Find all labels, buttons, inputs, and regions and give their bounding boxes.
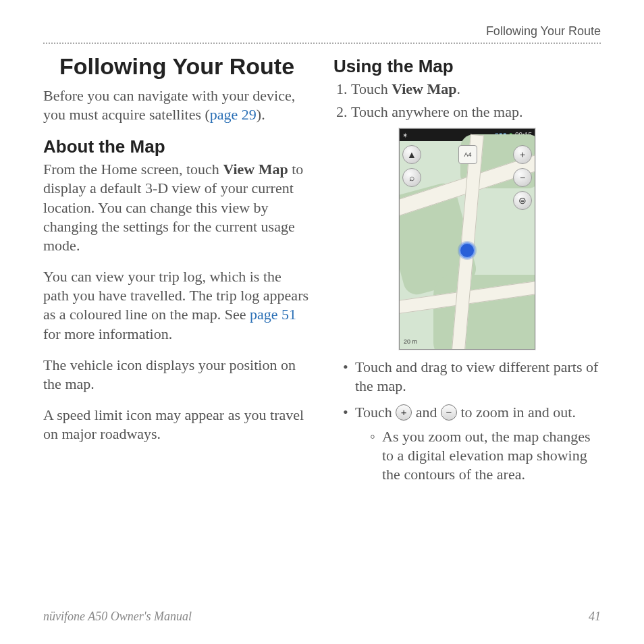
step-1: Touch View Map. — [351, 80, 601, 99]
b2-post: to zoom in and out. — [457, 404, 576, 421]
sub-bullet-elevation: As you zoom out, the map changes to a di… — [370, 427, 601, 484]
map-area[interactable]: A4 ▲ ⌕ + − ⊜ 20 m — [400, 141, 535, 349]
zoom-out-button[interactable]: − — [513, 168, 532, 187]
intro-paragraph: Before you can navigate with your device… — [43, 86, 311, 124]
about-p3: The vehicle icon displays your position … — [43, 356, 311, 394]
zoom-in-button[interactable]: + — [513, 145, 532, 164]
search-button[interactable]: ⌕ — [402, 168, 421, 187]
bullet-zoom: Touch + and − to zoom in and out. As you… — [343, 403, 601, 485]
device-screenshot: ✶ ▯▮▮ ▮ 09:15 A4 ▲ — [399, 128, 535, 350]
step1-pre: Touch — [351, 80, 392, 97]
about-p2: You can view your trip log, which is the… — [43, 267, 311, 344]
using-heading: Using the Map — [333, 56, 601, 77]
bullet-drag: Touch and drag to view different parts o… — [343, 358, 601, 396]
running-head: Following Your Route — [43, 24, 601, 44]
using-bullets: Touch and drag to view different parts o… — [333, 358, 601, 484]
intro-post: ). — [257, 106, 265, 123]
route-badge: A4 — [458, 145, 477, 164]
about-p1-pre: From the Home screen, touch — [43, 161, 223, 178]
b2-pre: Touch — [355, 404, 396, 421]
using-steps: Touch View Map. Touch anywhere on the ma… — [333, 80, 601, 122]
layers-button[interactable]: ⊜ — [513, 191, 532, 210]
b2-mid: and — [412, 404, 441, 421]
footer-page-number: 41 — [589, 610, 601, 624]
page-29-link[interactable]: page 29 — [210, 106, 257, 123]
about-heading: About the Map — [43, 136, 311, 157]
plus-icon: + — [396, 404, 412, 421]
gps-icon: ✶ — [402, 132, 408, 139]
about-p1-bold: View Map — [223, 161, 288, 178]
about-p2-post: for more information. — [43, 325, 172, 342]
step-2: Touch anywhere on the map. — [351, 103, 601, 122]
right-column: Using the Map Touch View Map. Touch anyw… — [333, 53, 601, 491]
compass-button[interactable]: ▲ — [402, 145, 421, 164]
page-title: Following Your Route — [43, 53, 311, 80]
footer-manual-title: nüvifone A50 Owner's Manual — [43, 610, 192, 624]
about-p1: From the Home screen, touch View Map to … — [43, 160, 311, 255]
left-column: Following Your Route Before you can navi… — [43, 53, 311, 491]
page-51-link[interactable]: page 51 — [250, 306, 296, 323]
minus-icon: − — [441, 404, 457, 421]
map-scale: 20 m — [404, 338, 417, 345]
step1-post: . — [457, 80, 461, 97]
step1-bold: View Map — [392, 80, 456, 97]
about-p4: A speed limit icon may appear as you tra… — [43, 406, 311, 444]
